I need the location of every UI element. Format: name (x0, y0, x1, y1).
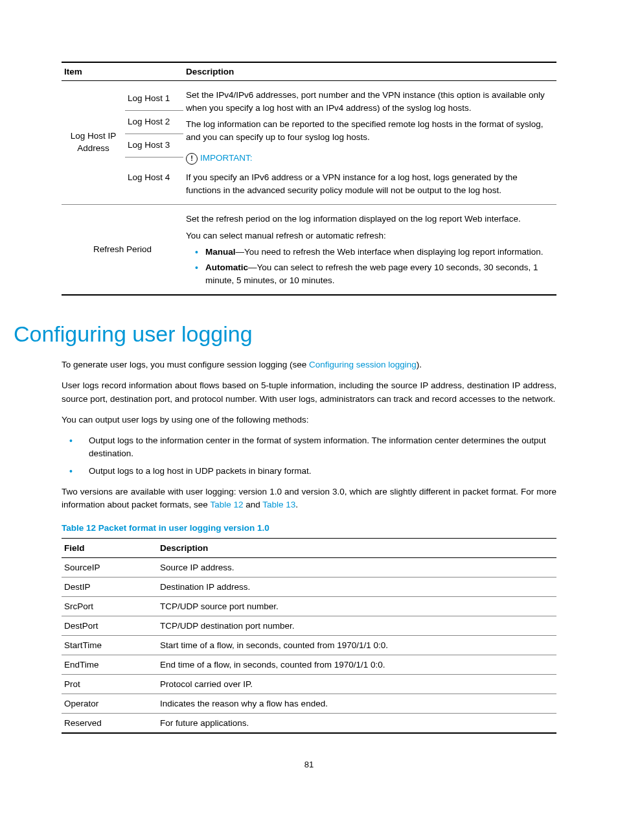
table-row: SourceIPSource IP address. (62, 558, 556, 578)
refresh-bullets: Manual—You need to refresh the Web inter… (186, 246, 554, 286)
table-row: EndTimeEnd time of a flow, in seconds, c… (62, 655, 556, 675)
section-heading: Configuring user logging (14, 321, 556, 347)
output-method-2: Output logs to a log host in UDP packets… (65, 465, 556, 478)
refresh-bullet-manual: Manual—You need to refresh the Web inter… (195, 246, 554, 259)
table-row: SrcPortTCP/UDP source port number. (62, 597, 556, 616)
table12-header-field: Field (64, 543, 85, 553)
loghost-1: Log Host 1 (125, 88, 183, 110)
table-row: ProtProtocol carried over IP. (62, 675, 556, 694)
link-session-logging[interactable]: Configuring session logging (309, 360, 417, 369)
table-row: DestPortTCP/UDP destination port number. (62, 616, 556, 636)
intro-p4: Two versions are available with user log… (62, 485, 556, 512)
link-table12[interactable]: Table 12 (210, 500, 243, 509)
table-row: OperatorIndicates the reason why a flow … (62, 694, 556, 714)
loghost-2: Log Host 2 (125, 110, 183, 134)
important-label: ! IMPORTANT: (186, 152, 253, 165)
loghost-desc-p1: Set the IPv4/IPv6 addresses, port number… (186, 89, 554, 114)
important-icon: ! (186, 153, 198, 165)
table-row: StartTimeStart time of a flow, in second… (62, 636, 556, 655)
intro-p3: You can output user logs by using one of… (62, 414, 556, 426)
table1-header-item: Item (64, 67, 82, 76)
page: Item Description Log Host IP Address Log… (0, 0, 618, 795)
output-methods-list: Output logs to the information center in… (62, 434, 556, 478)
loghost-3: Log Host 3 (125, 134, 183, 157)
loghost-desc-p3: If you specify an IPv6 address or a VPN … (186, 171, 554, 196)
table12: Field Description SourceIPSource IP addr… (62, 538, 556, 734)
loghost-desc-p2: The log information can be reported to t… (186, 118, 554, 143)
refresh-desc: Set the refresh period on the log inform… (186, 213, 554, 286)
table1-header-desc: Description (186, 67, 234, 76)
table-row: DestIPDestination IP address. (62, 578, 556, 597)
intro-p1: To generate user logs, you must configur… (62, 358, 556, 371)
loghost-desc: Set the IPv4/IPv6 addresses, port number… (186, 89, 554, 196)
refresh-label: Refresh Period (62, 205, 183, 295)
output-method-1: Output logs to the information center in… (65, 434, 556, 461)
intro-p2: User logs record information about flows… (62, 379, 556, 406)
page-number: 81 (62, 760, 556, 769)
link-table13[interactable]: Table 13 (262, 500, 295, 509)
config-table: Item Description Log Host IP Address Log… (62, 62, 556, 296)
table-row: ReservedFor future applications. (62, 714, 556, 734)
refresh-p2: You can select manual refresh or automat… (186, 229, 554, 242)
refresh-p1: Set the refresh period on the log inform… (186, 213, 554, 226)
table12-caption: Table 12 Packet format in user logging v… (62, 523, 556, 533)
loghost-label: Log Host IP Address (62, 81, 125, 205)
refresh-bullet-auto: Automatic—You can select to refresh the … (195, 261, 554, 286)
table12-header-desc: Description (160, 543, 208, 553)
important-text: IMPORTANT: (200, 152, 253, 165)
loghost-nested: Log Host 1 Log Host 2 Log Host 3 Log Hos… (125, 88, 183, 198)
loghost-4: Log Host 4 (125, 157, 183, 198)
